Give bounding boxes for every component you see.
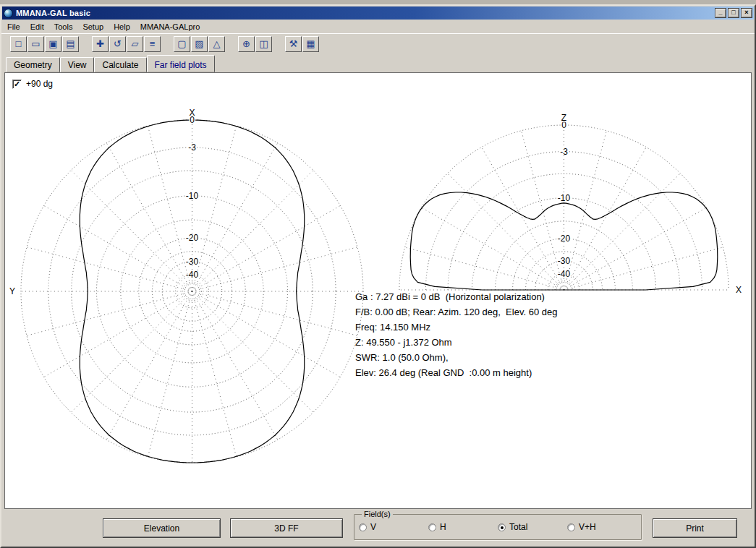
toolbar-group: ⚒▦ [285,36,320,52]
result-stats: Ga : 7.27 dBi = 0 dB (Horizontal polariz… [355,289,557,380]
tab-far-field-plots[interactable]: Far field plots [147,55,215,72]
menu-edit[interactable]: Edit [25,21,49,33]
tab-calculate[interactable]: Calculate [94,57,146,72]
svg-text:-20: -20 [558,234,571,244]
stats-line: F/B: 0.00 dB; Rear: Azim. 120 deg, Elev.… [355,304,557,320]
svg-text:X: X [736,285,742,295]
toolbar-group: ✚↺▱≡ [92,36,161,52]
plus90-checkbox[interactable]: ✓ [12,80,22,89]
elevation-button[interactable]: Elevation [103,518,221,538]
new-file-icon[interactable]: □ [10,36,27,52]
maximize-button[interactable]: □ [728,8,739,18]
save-file-icon[interactable]: ▣ [45,36,61,52]
radio-label: H [440,522,446,532]
svg-text:-30: -30 [558,256,571,266]
3d-ff-button[interactable]: 3D FF [230,518,343,538]
fields-radio-row: VHTotalV+H [359,523,637,531]
wire-list-icon[interactable]: ≡ [144,36,161,52]
stats-line: Elev: 26.4 deg (Real GND :0.00 m height) [355,365,557,380]
open-file-icon[interactable]: ▭ [27,36,44,52]
move-icon[interactable]: ✚ [92,36,109,52]
stats-line: Freq: 14.150 MHz [355,320,557,335]
title-bar[interactable]: MMANA-GAL basic _ □ × [2,7,754,20]
edit-wire-icon[interactable]: ▨ [191,36,208,52]
toolbar: □▭▣▤✚↺▱≡▢▨△⊕◫⚒▦ [1,33,755,54]
svg-text:-40: -40 [186,270,199,280]
tab-geometry[interactable]: Geometry [6,57,60,72]
menu-help[interactable]: Help [109,21,135,33]
fields-group-label: Field(s) [362,510,393,518]
tab-view[interactable]: View [60,57,95,72]
tools-icon[interactable]: ⚒ [285,36,302,52]
center-target-icon[interactable]: ⊕ [238,36,255,52]
radio-label: V+H [579,522,596,532]
app-icon [4,9,13,18]
blank-page-icon[interactable]: ▢ [174,36,190,52]
bottom-bar: Elevation 3D FF Field(s) VHTotalV+H Prin… [1,509,755,547]
minimize-button[interactable]: _ [715,8,726,18]
svg-text:-30: -30 [186,257,199,267]
plus90-checkbox-label: +90 dg [26,79,53,89]
wire-edit-icon[interactable]: ▱ [127,36,143,52]
svg-text:Y: Y [9,286,15,296]
radio-h[interactable]: H [428,522,498,532]
svg-text:X: X [190,108,195,118]
menu-setup[interactable]: Setup [77,21,109,33]
menu-tools[interactable]: Tools [49,21,78,33]
menu-mmana-galpro[interactable]: MMANA-GALpro [135,21,205,33]
tab-bar: GeometryViewCalculateFar field plots [1,54,755,72]
rotate-icon[interactable]: ↺ [109,36,126,52]
plot-client-area: ✓ +90 dg 0-3-10-20-30-40XY0-3-10-20-30-4… [4,72,752,509]
window-title: MMANA-GAL basic [16,9,713,17]
radio-label: Total [509,522,527,532]
stats-line: Z: 49.550 - j1.372 Ohm [355,335,557,350]
stats-line: SWR: 1.0 (50.0 Ohm), [355,350,557,365]
toolbar-group: □▭▣▤ [10,36,80,52]
copy-icon[interactable]: ◫ [255,36,272,52]
svg-text:-3: -3 [560,147,568,157]
svg-text:-40: -40 [558,269,571,279]
close-button[interactable]: × [741,8,752,18]
print-button[interactable]: Print [653,518,737,538]
toolbar-group: ⊕◫ [238,36,273,52]
plus90-checkbox-row: ✓ +90 dg [12,79,53,89]
svg-text:Z: Z [561,113,566,123]
radio-circle [567,523,575,531]
radio-total[interactable]: Total [498,522,567,532]
radio-v[interactable]: V [359,522,428,532]
radio-v-h[interactable]: V+H [567,522,637,532]
toolbar-group: ▢▨△ [174,36,226,52]
svg-text:-20: -20 [186,233,199,243]
svg-text:-10: -10 [558,193,571,203]
radio-circle [359,523,367,531]
svg-text:-10: -10 [186,191,199,201]
fields-group: Field(s) VHTotalV+H [354,510,642,540]
stats-line: Ga : 7.27 dBi = 0 dB (Horizontal polariz… [355,289,557,304]
element-triangle-icon[interactable]: △ [208,36,225,52]
radio-circle [498,523,506,531]
radio-circle [428,523,436,531]
svg-text:-3: -3 [188,142,196,153]
file-info-icon[interactable]: ▤ [62,36,79,52]
menu-file[interactable]: File [2,21,25,33]
radio-label: V [370,522,376,532]
calculator-icon[interactable]: ▦ [302,36,319,52]
app-window: MMANA-GAL basic _ □ × FileEditToolsSetup… [0,4,756,548]
menu-bar: FileEditToolsSetupHelpMMANA-GALpro [1,20,755,33]
